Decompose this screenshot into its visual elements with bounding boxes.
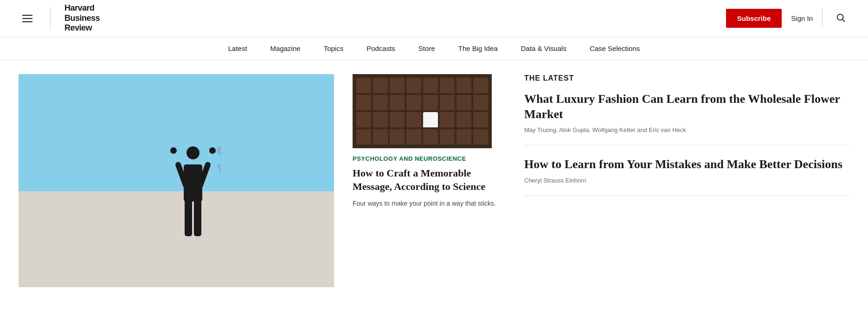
svg-point-9 <box>209 147 216 154</box>
theater-seats <box>353 74 492 148</box>
nav-item-magazine[interactable]: Magazine <box>270 44 301 52</box>
header-right: Subscribe Sign In <box>726 9 849 28</box>
search-button[interactable] <box>832 9 849 28</box>
seat <box>406 78 421 93</box>
seat <box>373 78 388 93</box>
seat <box>440 129 455 145</box>
svg-rect-6 <box>185 199 192 236</box>
site-header: Harvard Business Review Subscribe Sign I… <box>0 0 868 37</box>
logo-line1: Harvard <box>64 3 95 13</box>
latest-article-2-title: How to Learn from Your Mistakes and Make… <box>524 157 849 172</box>
seat <box>356 129 371 145</box>
logo-line3: Review <box>64 23 92 32</box>
article-image <box>353 74 492 148</box>
signin-link[interactable]: Sign In <box>791 14 813 22</box>
latest-article-2[interactable]: How to Learn from Your Mistakes and Make… <box>524 157 849 196</box>
hero-image <box>19 74 334 287</box>
seat <box>473 112 488 127</box>
seat <box>423 78 438 93</box>
svg-point-2 <box>186 146 199 159</box>
article-category: Psychology and Neuroscience <box>353 155 501 162</box>
svg-line-1 <box>842 19 845 22</box>
middle-article-section[interactable]: Psychology and Neuroscience How to Craft… <box>353 74 501 287</box>
svg-rect-11 <box>217 164 221 201</box>
seat <box>390 95 405 110</box>
nav-item-big-idea[interactable]: The Big Idea <box>458 44 498 52</box>
seat <box>457 95 471 110</box>
subscribe-button[interactable]: Subscribe <box>726 9 782 28</box>
seat <box>373 95 388 110</box>
menu-icon[interactable] <box>19 11 36 26</box>
seat <box>423 95 438 110</box>
svg-rect-5 <box>184 164 202 201</box>
seat <box>457 78 471 93</box>
header-divider <box>822 9 823 28</box>
seat-occupied <box>423 112 438 127</box>
seat <box>440 95 455 110</box>
seat <box>457 112 471 127</box>
main-nav: Latest Magazine Topics Podcasts Store Th… <box>0 37 868 60</box>
seat <box>373 112 388 127</box>
seat <box>406 112 421 127</box>
hero-section[interactable] <box>19 74 334 287</box>
middle-article-title: How to Craft a Memorable Message, Accord… <box>353 167 501 193</box>
header-left: Harvard Business Review <box>19 3 100 33</box>
latest-section: The Latest What Luxury Fashion Can Learn… <box>524 74 849 287</box>
seat <box>440 112 455 127</box>
nav-item-data-visuals[interactable]: Data & Visuals <box>521 44 566 52</box>
seat <box>406 129 421 145</box>
seat <box>473 78 488 93</box>
nav-item-podcasts[interactable]: Podcasts <box>366 44 395 52</box>
svg-rect-7 <box>194 199 201 236</box>
site-logo[interactable]: Harvard Business Review <box>64 3 100 33</box>
seat <box>473 129 488 145</box>
seat <box>390 129 405 145</box>
seat <box>390 112 405 127</box>
main-content: Psychology and Neuroscience How to Craft… <box>0 60 868 301</box>
hero-figure <box>165 139 221 259</box>
nav-item-case-selections[interactable]: Case Selections <box>590 44 640 52</box>
seat <box>373 129 388 145</box>
latest-article-1[interactable]: What Luxury Fashion Can Learn from the W… <box>524 92 849 145</box>
seat <box>406 95 421 110</box>
logo-divider <box>50 7 51 30</box>
svg-point-0 <box>837 14 843 20</box>
search-icon <box>836 13 846 23</box>
nav-item-topics[interactable]: Topics <box>324 44 344 52</box>
latest-heading: The Latest <box>524 74 849 82</box>
seat <box>457 129 471 145</box>
seat <box>473 95 488 110</box>
seat <box>390 78 405 93</box>
svg-point-10 <box>214 146 221 159</box>
seat <box>356 95 371 110</box>
seat <box>356 112 371 127</box>
seat <box>423 129 438 145</box>
nav-item-latest[interactable]: Latest <box>228 44 247 52</box>
middle-article-desc: Four ways to make your point in a way th… <box>353 199 501 208</box>
latest-article-1-title: What Luxury Fashion Can Learn from the W… <box>524 92 849 122</box>
svg-point-8 <box>170 147 177 154</box>
nav-item-store[interactable]: Store <box>418 44 435 52</box>
seat <box>440 78 455 93</box>
latest-article-2-author: Cheryl Strauss Einhorn <box>524 177 849 184</box>
seat <box>356 78 371 93</box>
logo-line2: Business <box>64 13 100 23</box>
latest-article-1-author: May Truong, Alok Gupta, Wolfgang Ketter … <box>524 126 849 133</box>
